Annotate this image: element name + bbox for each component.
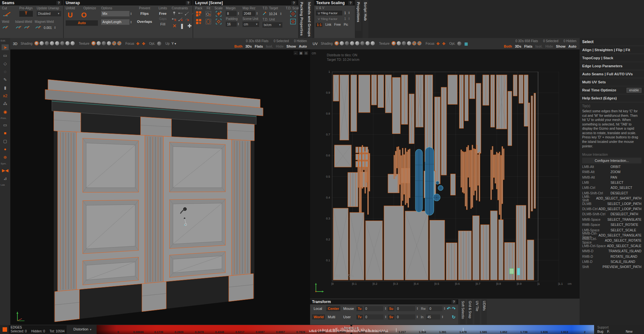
cylinder-tool[interactable]: ▮ [2, 85, 9, 90]
sphere-tool[interactable]: ◉ [2, 109, 9, 115]
display-mode-icon[interactable] [117, 41, 121, 45]
tu-spinner[interactable]: ▲▼ [384, 307, 386, 310]
one-to-one-button[interactable]: 1:1 [316, 23, 322, 27]
mirror-tool[interactable]: ▶◀ [2, 167, 9, 173]
fit-one-icon[interactable] [205, 19, 211, 24]
filter-3ds[interactable]: 3Ds [515, 44, 521, 48]
remove-diagonal-constraint-icon[interactable] [178, 17, 183, 21]
marquee-select-tool[interactable]: ▭ [2, 52, 9, 58]
quad-prim-tool[interactable]: ▢ [2, 138, 9, 144]
tu-label[interactable]: Tu [356, 306, 363, 311]
section-edge-loop-parameters[interactable]: Edge Loop Parameters [580, 62, 644, 70]
filter-hide[interactable]: Hide [276, 44, 284, 48]
local-button[interactable]: Local [312, 306, 325, 311]
cut-tool-icon[interactable] [2, 11, 15, 19]
tab-soft-selection[interactable]: Soft Selectio [460, 299, 466, 324]
auto-unwrap-button[interactable]: Auto [66, 20, 98, 26]
tv-label[interactable]: Tv [356, 315, 363, 320]
help-icon[interactable]: ? [56, 1, 61, 5]
tv-value[interactable]: 0 [364, 314, 384, 320]
shading-mode-icons[interactable] [34, 41, 76, 47]
rw-label[interactable]: Rw [420, 306, 427, 311]
help-icon[interactable]: ? [451, 300, 456, 304]
pic-button[interactable]: Pic [344, 23, 348, 27]
canvas-uv[interactable]: cm Distribute to tiles: ON Target TD: 10… [310, 50, 580, 299]
v-tiling-spinner[interactable]: ▲▼ [348, 17, 350, 20]
display-mode-icon[interactable] [392, 41, 396, 45]
padding-value[interactable]: 16 [226, 22, 237, 27]
filter-3ds[interactable]: 3Ds [245, 44, 252, 48]
cross-prim-tool[interactable]: ⊕ [2, 154, 9, 160]
multi-button[interactable]: Multi [326, 314, 340, 320]
tu-value[interactable]: 0 [364, 306, 383, 311]
tab-grid-snap[interactable]: Grid & Snap [467, 299, 473, 324]
angle-length-select[interactable]: Angle/Length [101, 19, 129, 25]
display-mode-icon[interactable] [417, 41, 421, 45]
cam-icon[interactable]: ◎ [304, 51, 308, 55]
undo-icon[interactable]: ↶ [447, 306, 451, 311]
help-icon[interactable]: ? [348, 1, 353, 5]
up-axis-select[interactable]: Y ▾ [172, 42, 176, 45]
display-mode-icon[interactable] [397, 41, 401, 45]
options-icon[interactable] [157, 42, 161, 46]
edge-constraint-icon[interactable] [178, 11, 183, 15]
redo-icon[interactable]: ↷ [452, 306, 456, 311]
support-link-f-request[interactable]: F. Request [607, 329, 622, 334]
filter-both[interactable]: Both [504, 44, 512, 48]
focus-all-icon[interactable]: ✥ [142, 42, 145, 46]
magnet-weld-value[interactable]: 0.001 [43, 25, 53, 30]
display-mode-icon[interactable] [34, 41, 39, 45]
section-real-time-optimize[interactable]: Real Time Optimize enable [580, 86, 644, 94]
sv-value[interactable]: 0 [396, 314, 415, 320]
display-mode-icon[interactable] [371, 41, 375, 45]
sv-spinner[interactable]: ▲▼ [416, 315, 418, 319]
link-button[interactable]: Link [325, 23, 331, 27]
td-target-value[interactable]: 10.24 [268, 11, 279, 16]
su-spinner[interactable]: ▲▼ [416, 307, 418, 310]
tab-uv-tile[interactable]: UV Tile [474, 299, 480, 324]
display-mode-icon[interactable] [71, 41, 75, 45]
texture-mode-icons[interactable] [392, 41, 422, 47]
island-weld-icon[interactable] [15, 24, 22, 31]
eyedropper-icon[interactable] [262, 11, 267, 17]
filter-show[interactable]: Show [556, 44, 565, 48]
texture-mode-icons[interactable] [91, 41, 122, 47]
padding-spinner[interactable]: ▲▼ [237, 23, 239, 26]
double-tool[interactable]: x2 [2, 93, 9, 98]
section-multi-uv-sets[interactable]: Multi UV Sets [580, 78, 644, 86]
v-tiling-button[interactable]: V Tiling Factor [316, 16, 342, 21]
filter-show[interactable]: Show [287, 44, 296, 48]
display-mode-icon[interactable] [335, 41, 339, 45]
distortion-select[interactable]: Distortion ▼ [73, 327, 92, 331]
cross-constraint-icon[interactable]: ✚ [187, 23, 192, 29]
display-mode-icon[interactable] [102, 41, 106, 45]
optimize-button[interactable]: O [81, 11, 87, 19]
grid-toggle-icon[interactable]: ▦ [299, 51, 303, 55]
in-value[interactable]: 45 [426, 314, 440, 320]
display-filters[interactable]: Both3DsFlatsIsol.HideShowAuto [501, 44, 576, 49]
mouse-button[interactable]: Mouse [342, 306, 355, 311]
display-mode-icon[interactable] [412, 41, 416, 45]
tab-packing-properties[interactable]: Packing Properties [299, 0, 305, 38]
filter-auto[interactable]: Auto [568, 44, 576, 48]
shading-mode-icons[interactable] [335, 41, 376, 47]
scale-td-icon[interactable]: P [216, 11, 222, 17]
reset-rotation-icon[interactable]: ↻ [452, 315, 456, 319]
fit-icon[interactable] [205, 11, 211, 17]
center-button[interactable]: Center [326, 306, 340, 311]
display-mode-icon[interactable] [107, 41, 111, 45]
section-topocopy-stack[interactable]: TopoCopy | Stack [580, 54, 644, 62]
u-tiling-spinner[interactable]: ▲▼ [348, 11, 350, 14]
filter-auto[interactable]: Auto [299, 44, 307, 48]
neutral-marker-bottom[interactable] [350, 332, 353, 334]
remove-curve-constraint-icon[interactable] [185, 17, 190, 21]
td-unit-select[interactable]: tx/cm▼ [262, 22, 282, 28]
display-mode-icon[interactable] [345, 41, 349, 45]
td-scale-icon[interactable] [290, 11, 296, 17]
flips-button[interactable]: Flips [138, 11, 151, 16]
display-mode-icon[interactable] [60, 41, 64, 45]
pin-constraint-icon[interactable] [172, 11, 177, 15]
box-prim-tool[interactable]: ■ [2, 130, 9, 136]
wand-tool[interactable]: ⁂ [2, 101, 9, 107]
display-mode-icon[interactable] [45, 41, 49, 45]
